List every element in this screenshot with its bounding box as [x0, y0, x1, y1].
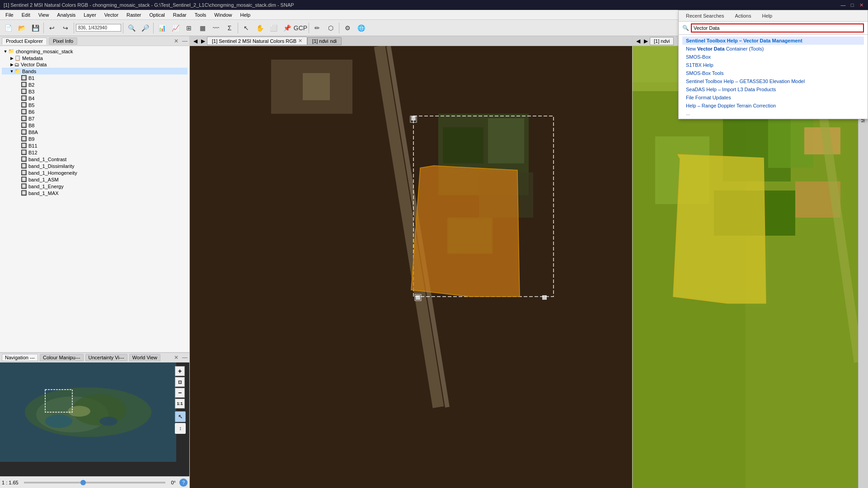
tab-prev-arrow[interactable]: ◀	[192, 38, 199, 44]
gcp-button[interactable]: GCP	[294, 22, 307, 34]
sigma-button[interactable]: Σ	[223, 22, 236, 34]
tree-node-band-asm[interactable]: 🔲 band_1_ASM	[2, 176, 188, 183]
tree-node-bands[interactable]: ▼ 📁 Bands	[2, 68, 188, 74]
spectrum-button[interactable]: 📊	[155, 22, 168, 34]
menu-analysis[interactable]: Analysis	[53, 11, 79, 19]
tree-node-b4[interactable]: 🔲 B4	[2, 95, 188, 102]
save-button[interactable]: 💾	[29, 22, 42, 34]
image-view[interactable]	[190, 46, 632, 488]
window-controls[interactable]: — □ ✕	[840, 2, 864, 8]
tab-product-explorer[interactable]: Product Explorer	[2, 37, 47, 45]
menu-vector[interactable]: Vector	[101, 11, 122, 19]
tree-node-metadata[interactable]: ▶ 📋 Metadata	[2, 55, 188, 61]
tree-node-b11[interactable]: 🔲 B11	[2, 142, 188, 149]
tab-pixel-info[interactable]: Pixel Info	[49, 37, 77, 45]
close-button[interactable]: ✕	[858, 2, 864, 8]
tab-colour-manipulation[interactable]: Colour Manipu---	[40, 354, 84, 361]
world-view-button[interactable]: 🌐	[355, 22, 367, 34]
tree-node-band-energy[interactable]: 🔲 band_1_Energy	[2, 183, 188, 190]
tree-node-b9[interactable]: 🔲 B9	[2, 135, 188, 142]
menu-radar[interactable]: Radar	[169, 11, 190, 19]
img-tab-ndvi[interactable]: [1] ndvi ndi	[307, 37, 342, 45]
draw-button[interactable]: ✏	[311, 22, 324, 34]
tree-node-band-homogeneity[interactable]: 🔲 band_1_Homogeneity	[2, 169, 188, 176]
dropdown-item-seadas[interactable]: SeaDAS Help – Import L3 Data Products	[682, 85, 864, 93]
menu-tools[interactable]: Tools	[191, 11, 210, 19]
maximize-button[interactable]: □	[849, 2, 855, 8]
pan-mode-button[interactable]: ↖	[175, 411, 186, 422]
toggle-bands[interactable]: ▼	[9, 69, 14, 74]
histogram-button[interactable]: ▦	[196, 22, 209, 34]
tree-node-b6[interactable]: 🔲 B6	[2, 108, 188, 115]
dropdown-actions[interactable]: Actions	[731, 12, 755, 19]
settings-button[interactable]: ⚙	[341, 22, 354, 34]
zoom-actual-button[interactable]: 1:1	[175, 399, 185, 409]
menu-optical[interactable]: Optical	[145, 11, 168, 19]
zoom-rect-button[interactable]: ⬜	[267, 22, 280, 34]
zoom-fit-button[interactable]: ⊡	[175, 377, 185, 387]
select-button[interactable]: ↖	[240, 22, 253, 34]
menu-edit[interactable]: Edit	[18, 11, 34, 19]
scale-slider-thumb[interactable]	[80, 480, 86, 485]
minimize-button[interactable]: —	[840, 2, 846, 8]
dropdown-item-smos-tools[interactable]: SMOS-Box Tools	[682, 69, 864, 77]
tab-uncertainty[interactable]: Uncertainty Vi---	[85, 354, 127, 361]
pin-button[interactable]: 📌	[281, 22, 293, 34]
help-button-nav[interactable]: ?	[179, 479, 188, 487]
tree-node-band-max[interactable]: 🔲 band_1_MAX	[2, 190, 188, 196]
tree-node-b2[interactable]: 🔲 B2	[2, 81, 188, 88]
dropdown-item-s1tbx[interactable]: S1TBX Help	[682, 61, 864, 69]
undo-button[interactable]: ↩	[46, 22, 58, 34]
polygon-button[interactable]: ⬡	[324, 22, 337, 34]
pan-button[interactable]: ✋	[253, 22, 266, 34]
tab-world-view[interactable]: World View	[129, 354, 160, 361]
tree-node-band-dissimilarity[interactable]: 🔲 band_1_Dissimilarity	[2, 163, 188, 169]
product-explorer-close[interactable]: ✕	[174, 38, 178, 44]
profile-button[interactable]: 〰	[210, 22, 222, 34]
dropdown-item-new-container[interactable]: New Vector Data Container (Tools)	[682, 45, 864, 53]
dropdown-item-file-format[interactable]: File Format Updates	[682, 93, 864, 102]
cursor-mode-button[interactable]: ↕	[175, 423, 186, 434]
product-explorer-minimize[interactable]: —	[182, 38, 188, 44]
dropdown-item-smos-box[interactable]: SMOS-Box	[682, 53, 864, 61]
zoom-out-button[interactable]: −	[175, 388, 185, 398]
tree-node-band-contrast[interactable]: 🔲 band_1_Contrast	[2, 156, 188, 163]
toggle-root[interactable]: ▼	[3, 49, 8, 54]
menu-help[interactable]: Help	[236, 11, 254, 19]
dropdown-help[interactable]: Help	[758, 12, 776, 19]
tree-node-b12[interactable]: 🔲 B12	[2, 149, 188, 156]
tree-node-root[interactable]: ▼ 📁 chongming_mosaic_stack	[2, 48, 188, 55]
open-button[interactable]: 📂	[15, 22, 28, 34]
tab-next-arrow[interactable]: ▶	[199, 38, 207, 44]
right-tab-prev[interactable]: ◀	[634, 38, 642, 44]
new-button[interactable]: 📄	[2, 22, 14, 34]
zoom-out-toolbar[interactable]: 🔎	[139, 22, 151, 34]
menu-window[interactable]: Window	[211, 11, 235, 19]
help-search-input[interactable]	[691, 23, 864, 33]
dropdown-item-getasse30[interactable]: Sentinel Toolbox Help – GETASSE30 Elevat…	[682, 77, 864, 85]
bottom-panel-close[interactable]: ✕	[174, 354, 178, 361]
menu-file[interactable]: File	[2, 11, 17, 19]
tree-node-b3[interactable]: 🔲 B3	[2, 88, 188, 95]
bottom-panel-minimize[interactable]: —	[182, 354, 188, 361]
tree-node-b1[interactable]: 🔲 B1	[2, 74, 188, 81]
tab-navigation[interactable]: Navigation ---	[2, 354, 38, 361]
dropdown-item-range-doppler[interactable]: Help – Range Doppler Terrain Correction	[682, 102, 864, 110]
tree-node-b8[interactable]: 🔲 B8	[2, 122, 188, 129]
tree-node-b7[interactable]: 🔲 B7	[2, 115, 188, 122]
toggle-vector[interactable]: ▶	[9, 62, 14, 67]
img-tab-natural-colors[interactable]: [1] Sentinel 2 MSI Natural Colors RGB ✕	[207, 37, 307, 45]
img-tab-close[interactable]: ✕	[298, 38, 302, 44]
toggle-metadata[interactable]: ▶	[9, 56, 14, 60]
zoom-in-toolbar[interactable]: 🔍	[125, 22, 138, 34]
tree-node-vector-data[interactable]: ▶ 🗂 Vector Data	[2, 61, 188, 68]
menu-layer[interactable]: Layer	[80, 11, 100, 19]
scale-slider[interactable]	[24, 482, 166, 483]
tree-node-b5[interactable]: 🔲 B5	[2, 102, 188, 108]
zoom-in-button[interactable]: +	[175, 366, 185, 376]
scatter-button[interactable]: ⊞	[183, 22, 195, 34]
menu-view[interactable]: View	[35, 11, 53, 19]
chart-button[interactable]: 📈	[169, 22, 182, 34]
right-tab-ndvi[interactable]: [1] ndvi	[650, 37, 674, 45]
dropdown-recent-searches[interactable]: Recent Searches	[682, 12, 727, 19]
